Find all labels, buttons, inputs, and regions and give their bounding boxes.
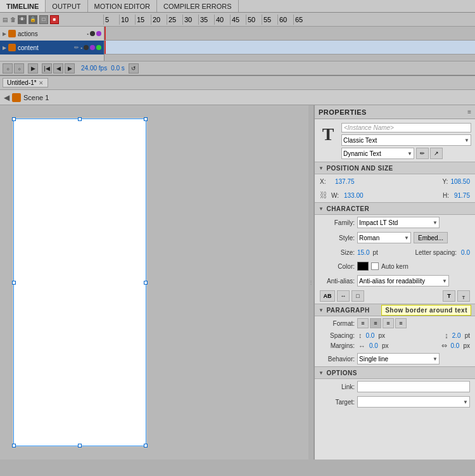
handle-top-center[interactable]	[78, 117, 82, 121]
font-style-dropdown[interactable]: Roman ▼	[357, 232, 411, 243]
size-unit: pt	[372, 249, 377, 256]
character-section-header[interactable]: ▼ CHARACTER	[315, 202, 475, 215]
canvas-area[interactable]	[0, 105, 308, 460]
classic-text-dropdown[interactable]: Classic Text ▼	[341, 134, 471, 146]
ruler-mark: 50	[246, 15, 262, 25]
letter-spacing-value[interactable]: 0.0	[461, 249, 470, 256]
pencil-mode-btn[interactable]: ✏	[416, 148, 429, 159]
tab-output[interactable]: OUTPUT	[46, 0, 87, 12]
eye-icon[interactable]: 👁	[18, 15, 27, 24]
timeline-btn-2[interactable]: ⬦	[14, 63, 24, 74]
align-right-btn[interactable]: ≡	[383, 318, 394, 328]
loop-btn[interactable]: ↺	[129, 63, 139, 74]
playback-btn[interactable]: ▶	[28, 63, 38, 74]
first-frame-btn[interactable]: |◀	[42, 63, 52, 74]
chevron-down-icon: ▼	[433, 220, 438, 226]
behavior-dropdown[interactable]: Single line ▼	[357, 353, 440, 364]
y-value[interactable]: 108.50	[450, 178, 470, 185]
family-label: Family:	[320, 219, 355, 226]
size-value[interactable]: 15.0	[357, 249, 369, 256]
layer-dots: ✏ •	[74, 44, 101, 51]
stage-canvas	[13, 118, 147, 447]
select-mode-btn[interactable]: ↗	[430, 148, 443, 159]
swap-btn[interactable]: ↔	[337, 290, 350, 302]
handle-mid-right[interactable]	[144, 281, 148, 285]
position-size-section-header[interactable]: ▼ POSITION AND SIZE	[315, 162, 475, 174]
link-input[interactable]	[357, 381, 470, 392]
layer-expand-icon: ▶	[3, 45, 6, 51]
margins-row: Margins: ↔ 0.0 px ⇔ 0.0 px	[315, 340, 475, 351]
layer-expand-icon: ▶	[3, 31, 6, 37]
margins-left-value[interactable]: 0.0	[369, 342, 378, 349]
chevron-down-icon: ▼	[433, 356, 438, 362]
subscript-btn[interactable]: T	[457, 290, 470, 302]
paragraph-section-header[interactable]: ▼ PARAGRAPH Show border around text	[315, 304, 475, 316]
tab-compiler-errors[interactable]: COMPILER ERRORS	[157, 0, 239, 12]
antialias-row: Anti-alias: Anti-alias for readability ▼	[315, 273, 475, 288]
h-value[interactable]: 91.75	[454, 192, 470, 199]
xy-row: X: 137.75 Y: 108.50	[315, 174, 475, 188]
outline-icon[interactable]: □	[39, 15, 48, 24]
dot-green	[96, 45, 101, 50]
color-row: Color: Auto kern	[315, 259, 475, 273]
superscript-btn[interactable]: T	[443, 290, 455, 302]
box-btn[interactable]: □	[352, 290, 364, 302]
panel-menu-icon[interactable]: ≡	[467, 108, 471, 115]
color-swatch[interactable]	[357, 262, 369, 271]
text-box-selection[interactable]	[13, 119, 146, 446]
delete-layer-icon[interactable]: 🗑	[10, 16, 16, 23]
margins-right-value[interactable]: 0.0	[451, 342, 460, 349]
target-dropdown[interactable]: ▼	[357, 396, 470, 408]
layer-content[interactable]: ▶ content ✏ •	[0, 41, 104, 55]
lock-icon[interactable]: 🔒	[28, 15, 37, 24]
add-layer-icon[interactable]: ▤	[3, 16, 8, 23]
auto-kern-checkbox[interactable]	[371, 262, 379, 270]
handle-bot-left[interactable]	[12, 444, 16, 447]
align-justify-btn[interactable]: ≡	[395, 318, 407, 328]
w-value[interactable]: 133.00	[344, 192, 364, 199]
antialias-dropdown[interactable]: Anti-alias for readability ▼	[357, 275, 449, 286]
spacing-left-icon: ↕	[358, 331, 362, 339]
instance-name-field[interactable]: <Instance Name>	[341, 123, 471, 132]
handle-bot-right[interactable]	[144, 444, 148, 447]
embed-button[interactable]: Embed...	[414, 232, 448, 243]
layer-actions[interactable]: ▶ actions •	[0, 27, 104, 41]
add-keyframe-btn[interactable]: ⬦	[3, 63, 13, 74]
panel-resize-grip[interactable]: ⋮	[308, 105, 314, 460]
doc-tab[interactable]: Untitled-1* ✕	[3, 78, 48, 87]
margins-label: Margins:	[320, 342, 355, 349]
back-icon[interactable]: ◀	[4, 93, 10, 102]
spacing-right-value[interactable]: 2.0	[452, 332, 461, 339]
ruler-mark: 55	[262, 15, 277, 25]
behavior-label: Behavior:	[320, 356, 355, 363]
tab-motion-editor[interactable]: MOTION EDITOR	[88, 0, 157, 12]
timeline-bottom-bar: ⬦ ⬦ ▶ |◀ ◀ ▶ 24.00 fps 0.0 s ↺	[0, 61, 475, 75]
layer-name: actions	[18, 30, 85, 37]
dynamic-text-dropdown[interactable]: Dynamic Text ▼	[341, 148, 414, 159]
style-row: Style: Roman ▼ Embed...	[315, 230, 475, 245]
options-label: OPTIONS	[326, 370, 357, 376]
frames-area	[104, 27, 475, 61]
align-center-btn[interactable]: ≡	[370, 318, 381, 328]
handle-bot-center[interactable]	[78, 444, 82, 447]
spacing-left-value[interactable]: 0.0	[366, 332, 375, 339]
next-frame-btn[interactable]: ▶	[65, 63, 75, 74]
dot-purple	[90, 45, 95, 50]
top-tabs-bar: TIMELINE OUTPUT MOTION EDITOR COMPILER E…	[0, 0, 475, 13]
prev-frame-btn[interactable]: ◀	[53, 63, 63, 74]
font-family-dropdown[interactable]: Impact LT Std ▼	[357, 217, 440, 228]
ab-btn[interactable]: AB	[320, 290, 335, 302]
scene-doc-area: Untitled-1* ✕ ◀ Scene 1	[0, 76, 475, 105]
align-left-btn[interactable]: ≡	[357, 318, 369, 328]
handle-top-left[interactable]	[12, 117, 16, 121]
margins-left-icon: ↔	[358, 342, 365, 350]
dot-purple	[96, 31, 101, 36]
options-section-header[interactable]: ▼ OPTIONS	[315, 366, 475, 379]
handle-mid-left[interactable]	[12, 281, 16, 285]
link-chain-icon[interactable]: ⛓	[320, 191, 327, 200]
x-value[interactable]: 137.75	[335, 178, 355, 185]
handle-top-right[interactable]	[144, 117, 148, 121]
text-settings-col: <Instance Name> Classic Text ▼ Dynamic T…	[341, 123, 471, 159]
tab-timeline[interactable]: TIMELINE	[0, 0, 46, 12]
close-doc-icon[interactable]: ✕	[39, 80, 44, 86]
